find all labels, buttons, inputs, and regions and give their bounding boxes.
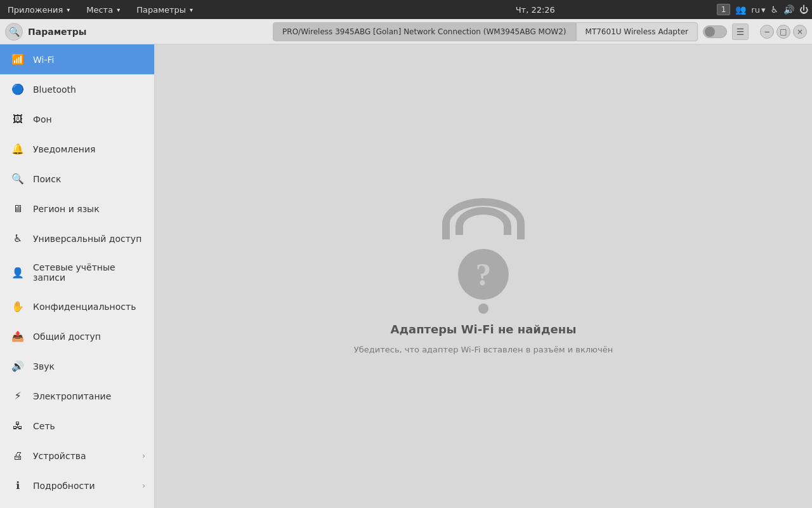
search-icon: 🔍 xyxy=(11,173,24,185)
minimize-button[interactable]: − xyxy=(760,25,774,39)
wifi-dot xyxy=(478,304,488,314)
wifi-arcs xyxy=(439,198,528,249)
main-layout: 📶Wi-Fi🔵Bluetooth🖼Фон🔔Уведомления🔍Поиск🖥Р… xyxy=(0,44,812,508)
sidebar-item-network-label: Сеть xyxy=(33,421,55,431)
sidebar-item-devices[interactable]: 🖨Устройства› xyxy=(0,441,154,471)
titlebar: 🔍 Параметры PRO/Wireless 3945ABG [Golan]… xyxy=(0,19,812,44)
power-icon: ⚡ xyxy=(11,390,24,402)
lang-label: ru xyxy=(751,5,760,15)
network-icon: 🖧 xyxy=(11,420,24,432)
topbar-left: Приложения ▾ Места ▾ Параметры ▾ xyxy=(4,4,354,16)
no-wifi-title: Адаптеры Wi-Fi не найдены xyxy=(391,323,577,336)
sidebar-item-privacy[interactable]: ✋Конфиденциальность xyxy=(0,291,154,321)
close-button[interactable]: × xyxy=(793,25,807,39)
accessibility-icon[interactable]: ♿ xyxy=(770,4,778,15)
question-section: ? xyxy=(458,249,509,314)
sidebar-item-background[interactable]: 🖼Фон xyxy=(0,104,154,134)
workspace-badge: 1 xyxy=(717,4,731,15)
sidebar-item-sound-label: Звук xyxy=(33,361,55,371)
sidebar-item-devices-label: Устройства xyxy=(33,451,86,461)
settings-menu-arrow: ▾ xyxy=(190,6,193,13)
topbar: Приложения ▾ Места ▾ Параметры ▾ Чт, 22:… xyxy=(0,0,812,19)
settings-menu-label: Параметры xyxy=(136,5,186,15)
wifi-icon-graphic: ? xyxy=(439,198,528,314)
tab-adapter1[interactable]: PRO/Wireless 3945ABG [Golan] Network Con… xyxy=(273,22,575,41)
apps-menu-arrow: ▾ xyxy=(67,6,70,13)
adapter-tabs: PRO/Wireless 3945ABG [Golan] Network Con… xyxy=(273,22,698,41)
search-button[interactable]: 🔍 xyxy=(5,23,23,41)
background-icon: 🖼 xyxy=(11,113,24,125)
sidebar-item-sharing-label: Общий доступ xyxy=(33,331,101,342)
sharing-icon: 📤 xyxy=(11,330,24,342)
sidebar-item-region-label: Регион и язык xyxy=(33,204,100,214)
sidebar-item-notifications-label: Уведомления xyxy=(33,144,95,154)
devices-arrow-icon: › xyxy=(142,451,145,460)
sidebar-item-about[interactable]: ℹПодробности› xyxy=(0,471,154,500)
volume-icon[interactable]: 🔊 xyxy=(783,4,794,15)
menu-icon: ☰ xyxy=(737,27,745,37)
sidebar-item-power[interactable]: ⚡Электропитание xyxy=(0,381,154,411)
notifications-icon: 🔔 xyxy=(11,143,24,155)
lang-btn[interactable]: ru ▾ xyxy=(751,5,765,15)
privacy-icon: ✋ xyxy=(11,300,24,312)
tab-adapter2-label: MT7601U Wireless Adapter xyxy=(586,27,688,36)
settings-window: 🔍 Параметры PRO/Wireless 3945ABG [Golan]… xyxy=(0,19,812,508)
apps-menu-label: Приложения xyxy=(8,5,63,15)
about-icon: ℹ xyxy=(11,479,24,491)
settings-menu[interactable]: Параметры ▾ xyxy=(133,4,197,16)
sidebar-item-network[interactable]: 🖧Сеть xyxy=(0,411,154,441)
bluetooth-icon: 🔵 xyxy=(11,83,24,95)
tab-adapter1-label: PRO/Wireless 3945ABG [Golan] Network Con… xyxy=(282,27,566,36)
places-menu[interactable]: Места ▾ xyxy=(82,4,124,16)
menu-button[interactable]: ☰ xyxy=(732,23,749,40)
lang-arrow: ▾ xyxy=(761,5,766,15)
apps-menu[interactable]: Приложения ▾ xyxy=(4,4,74,16)
region-icon: 🖥 xyxy=(11,203,24,215)
no-wifi-subtitle: Убедитесь, что адаптер Wi-Fi вставлен в … xyxy=(354,345,613,354)
tab-adapter2[interactable]: MT7601U Wireless Adapter xyxy=(576,22,698,41)
accessibility-icon: ♿ xyxy=(11,232,24,244)
sidebar-item-wifi[interactable]: 📶Wi-Fi xyxy=(0,44,154,74)
sidebar-item-notifications[interactable]: 🔔Уведомления xyxy=(0,134,154,164)
wifi-icon: 📶 xyxy=(11,53,24,65)
about-arrow-icon: › xyxy=(142,481,145,490)
question-mark: ? xyxy=(476,256,492,293)
maximize-button[interactable]: □ xyxy=(776,25,790,39)
sidebar-item-accounts-label: Сетевые учётные записи xyxy=(33,262,143,283)
sidebar-item-wifi-label: Wi-Fi xyxy=(33,55,54,65)
content-area: ? Адаптеры Wi-Fi не найдены Убедитесь, ч… xyxy=(155,44,812,508)
sidebar-item-search-label: Поиск xyxy=(33,174,61,184)
accounts-icon: 👤 xyxy=(11,267,24,279)
sidebar-item-power-label: Электропитание xyxy=(33,391,111,401)
sidebar-item-accounts[interactable]: 👤Сетевые учётные записи xyxy=(0,253,154,291)
sidebar-item-search[interactable]: 🔍Поиск xyxy=(0,164,154,194)
sidebar-item-bluetooth-label: Bluetooth xyxy=(33,84,76,95)
sound-icon: 🔊 xyxy=(11,360,24,372)
sidebar-item-accessibility-label: Универсальный доступ xyxy=(33,234,141,244)
sidebar-item-about-label: Подробности xyxy=(33,481,95,491)
topbar-right: 1 👥 ru ▾ ♿ 🔊 ⏻ xyxy=(717,4,808,15)
maximize-icon: □ xyxy=(780,27,787,36)
user-icon[interactable]: 👥 xyxy=(735,4,746,15)
sidebar: 📶Wi-Fi🔵Bluetooth🖼Фон🔔Уведомления🔍Поиск🖥Р… xyxy=(0,44,155,508)
minimize-icon: − xyxy=(764,27,770,36)
sidebar-item-accessibility[interactable]: ♿Универсальный доступ xyxy=(0,224,154,253)
sidebar-item-sound[interactable]: 🔊Звук xyxy=(0,351,154,381)
sidebar-item-privacy-label: Конфиденциальность xyxy=(33,302,136,312)
topbar-time: Чт, 22:26 xyxy=(360,5,710,15)
devices-icon: 🖨 xyxy=(11,450,24,462)
no-wifi-panel: ? Адаптеры Wi-Fi не найдены Убедитесь, ч… xyxy=(354,198,613,354)
sidebar-item-sharing[interactable]: 📤Общий доступ xyxy=(0,321,154,351)
sidebar-item-region[interactable]: 🖥Регион и язык xyxy=(0,194,154,224)
app-title: Параметры xyxy=(28,27,86,37)
toggle-button[interactable] xyxy=(703,25,727,38)
places-menu-label: Места xyxy=(86,5,113,15)
question-circle: ? xyxy=(458,249,509,300)
window-controls: − □ × xyxy=(760,25,807,39)
search-icon: 🔍 xyxy=(9,27,20,37)
sidebar-item-bluetooth[interactable]: 🔵Bluetooth xyxy=(0,74,154,104)
close-icon: × xyxy=(797,27,803,36)
places-menu-arrow: ▾ xyxy=(117,6,120,13)
power-icon[interactable]: ⏻ xyxy=(799,4,808,15)
sidebar-item-background-label: Фон xyxy=(33,114,52,124)
